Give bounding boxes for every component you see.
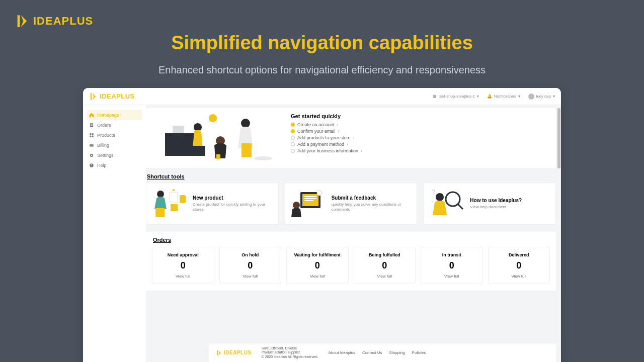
logo-icon	[216, 350, 222, 356]
footer-logo: IDEAPLUS	[216, 350, 252, 356]
svg-rect-25	[170, 192, 178, 202]
svg-rect-26	[171, 204, 178, 211]
order-box-fulfulled: Being fulfulled 0 View full	[354, 247, 416, 284]
feedback-illustration	[290, 188, 327, 219]
order-box-link[interactable]: View full	[492, 274, 547, 279]
scrollbar[interactable]	[557, 108, 560, 342]
chevron-right-icon: ›	[347, 142, 348, 147]
svg-point-23	[157, 191, 164, 198]
svg-rect-31	[304, 196, 316, 197]
svg-rect-21	[242, 143, 252, 157]
svg-rect-27	[180, 195, 186, 203]
order-box-link[interactable]: View full	[155, 274, 211, 279]
order-box-link[interactable]: View full	[424, 274, 479, 279]
app-footer: IDEAPLUS Safe, Efficient, Diverse Produc…	[209, 343, 556, 362]
tool-card-howto[interactable]: ? ? How to use Ideaplus? View help docum…	[423, 183, 556, 225]
get-started-step[interactable]: Confirm your email›	[291, 129, 547, 134]
check-icon	[291, 149, 295, 153]
order-box-link[interactable]: View full	[357, 274, 413, 279]
tool-card-feedback[interactable]: Submit a feedback quickly help you solve…	[285, 183, 418, 225]
shortcut-tools-title: Shortcut tools	[147, 173, 555, 179]
sidebar-item-help[interactable]: ? Help	[87, 160, 142, 170]
check-icon	[291, 129, 295, 133]
order-box-value: 0	[155, 260, 211, 271]
svg-rect-17	[193, 146, 205, 156]
sidebar: Homepage Orders Products	[83, 105, 146, 362]
get-started-title: Get started quickly	[291, 113, 547, 119]
avatar-icon	[528, 94, 534, 100]
chevron-right-icon: ›	[361, 148, 362, 153]
order-box-value: 0	[223, 260, 278, 271]
sidebar-item-label: Orders	[97, 123, 111, 128]
sidebar-item-settings[interactable]: Settings	[87, 150, 142, 160]
tool-desc: quickly help you solve any questions or …	[332, 202, 412, 213]
get-started-step[interactable]: Add products to your store›	[291, 135, 547, 140]
order-box-label: Need approval	[155, 252, 211, 257]
bell-icon: 🔔	[487, 94, 492, 99]
tool-desc: View help document	[470, 205, 522, 210]
logo-icon	[89, 93, 97, 101]
shop-icon: ▦	[433, 94, 437, 99]
svg-point-22	[254, 156, 272, 160]
app-logo[interactable]: IDEAPLUS	[89, 93, 135, 101]
header-notifications-label: Notifications	[494, 94, 516, 99]
svg-text:?: ?	[431, 200, 433, 204]
home-icon	[89, 113, 94, 118]
help-icon: ?	[89, 163, 94, 168]
sidebar-item-orders[interactable]: Orders	[87, 120, 142, 130]
order-box-label: Being fulfulled	[357, 252, 413, 257]
sidebar-item-label: Products	[97, 133, 115, 138]
sidebar-item-billing[interactable]: Billing	[87, 140, 142, 150]
header-notifications[interactable]: 🔔 Notifications ▾	[487, 94, 520, 99]
order-box-waiting: Waiting for fulfillment 0 View full	[286, 247, 349, 284]
get-started-illustration	[155, 113, 276, 163]
step-label: Confirm your email	[297, 129, 336, 134]
logo-icon	[15, 14, 29, 28]
app-header: IDEAPLUS ▦ test-shop-ideaplus-1 ▾ 🔔 Noti…	[83, 88, 561, 105]
products-icon	[89, 133, 94, 138]
order-box-link[interactable]: View full	[223, 274, 278, 279]
new-product-illustration	[151, 188, 188, 219]
billing-icon	[89, 143, 94, 148]
svg-rect-1	[91, 124, 93, 125]
svg-rect-32	[304, 198, 316, 199]
svg-text:?: ?	[432, 189, 435, 196]
tool-title: How to use Ideaplus?	[470, 198, 522, 203]
sidebar-item-homepage[interactable]: Homepage	[87, 110, 142, 120]
svg-rect-6	[92, 136, 94, 137]
check-icon	[291, 142, 295, 146]
order-box-label: Delivered	[492, 252, 547, 257]
outer-brand-logo: IDEAPLUS	[15, 14, 93, 28]
footer-link-shipping[interactable]: Shipping	[389, 350, 405, 355]
footer-link-contact[interactable]: Contact Us	[362, 350, 382, 355]
order-box-link[interactable]: View full	[290, 274, 345, 279]
gear-icon	[89, 153, 94, 158]
orders-card: Orders Need approval 0 View full On hold…	[146, 232, 556, 291]
svg-text:?: ?	[91, 164, 93, 167]
sidebar-item-label: Billing	[97, 143, 109, 148]
scrollbar-thumb[interactable]	[557, 108, 560, 168]
header-user-menu[interactable]: lucy cap ▾	[528, 94, 555, 100]
step-label: Add your business information	[297, 148, 358, 153]
order-box-value: 0	[290, 260, 345, 271]
order-box-delivered: Delivered 0 View full	[488, 247, 550, 284]
step-label: Add a payment method	[297, 142, 344, 147]
get-started-step[interactable]: Create an account›	[291, 122, 547, 127]
sidebar-item-label: Homepage	[97, 113, 119, 118]
svg-point-36	[436, 193, 444, 201]
tool-card-new-product[interactable]: New product Create product for quickly a…	[146, 183, 279, 225]
footer-link-policies[interactable]: Policies	[412, 350, 426, 355]
check-icon	[291, 136, 295, 140]
chevron-down-icon: ▾	[477, 94, 479, 99]
chevron-right-icon: ›	[337, 122, 339, 127]
order-box-in-transit: In transit 0 View full	[421, 247, 483, 284]
svg-point-15	[209, 114, 217, 122]
footer-tag-line: Safe, Efficient, Diverse	[262, 346, 318, 350]
footer-link-about[interactable]: About Ideaplus	[329, 350, 355, 355]
get-started-step[interactable]: Add your business information›	[291, 148, 547, 153]
svg-point-34	[293, 202, 300, 209]
sidebar-item-products[interactable]: Products	[87, 130, 142, 140]
header-shop-selector[interactable]: ▦ test-shop-ideaplus-1 ▾	[433, 94, 479, 99]
order-box-value: 0	[357, 260, 413, 271]
get-started-step[interactable]: Add a payment method›	[291, 142, 547, 147]
